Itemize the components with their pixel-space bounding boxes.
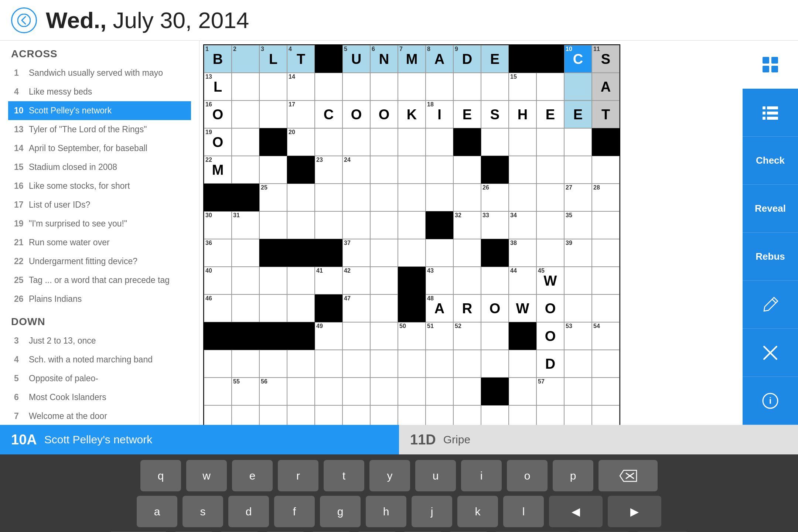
cell-r5c15[interactable] <box>592 156 620 184</box>
cell-r4c6[interactable] <box>342 128 370 156</box>
key-f[interactable]: f <box>274 496 315 527</box>
cell-r1c4[interactable]: 4T <box>287 45 315 73</box>
cell-r8c12[interactable]: 38 <box>509 239 536 267</box>
cell-r4c1[interactable]: 19O <box>204 128 232 156</box>
cell-r12c12[interactable] <box>509 350 536 378</box>
clue-across-25[interactable]: 25 Tag ... or a word that can precede ta… <box>11 271 188 290</box>
cell-r12c9[interactable] <box>426 350 453 378</box>
clue-across-19[interactable]: 19 "I'm surprised to see you!" <box>11 214 188 233</box>
cell-r10c10[interactable]: R <box>453 294 481 322</box>
cell-r10c9[interactable]: 48A <box>426 294 453 322</box>
cell-r8c14[interactable]: 39 <box>564 239 592 267</box>
cell-r5c9[interactable] <box>426 156 453 184</box>
key-l[interactable]: l <box>503 496 544 527</box>
cell-r3c15[interactable]: T <box>592 100 620 128</box>
clue-across-4[interactable]: 4 Like messy beds <box>11 82 188 101</box>
grid-view-button[interactable] <box>743 41 798 89</box>
cell-r7c7[interactable] <box>370 211 398 239</box>
cell-r6c4[interactable] <box>287 184 315 211</box>
cell-r8c10[interactable] <box>453 239 481 267</box>
cell-r8c8[interactable] <box>398 239 426 267</box>
cell-r4c11[interactable] <box>481 128 509 156</box>
cell-r11c15[interactable]: 54 <box>592 322 620 350</box>
cell-r2c12[interactable]: 15 <box>509 73 536 100</box>
cell-r3c3[interactable] <box>259 100 287 128</box>
key-u[interactable]: u <box>415 460 456 491</box>
cell-r1c6[interactable]: 5U <box>342 45 370 73</box>
cell-r5c7[interactable] <box>370 156 398 184</box>
cell-r8c6[interactable]: 37 <box>342 239 370 267</box>
cell-r10c2[interactable] <box>232 294 259 322</box>
cell-r9c10[interactable] <box>453 267 481 294</box>
cell-r13c1[interactable] <box>204 378 232 405</box>
cell-r4c8[interactable] <box>398 128 426 156</box>
key-p[interactable]: p <box>553 460 593 491</box>
cell-r8c13[interactable] <box>536 239 564 267</box>
cell-r7c11[interactable]: 33 <box>481 211 509 239</box>
cell-r12c15[interactable] <box>592 350 620 378</box>
cell-r7c2[interactable]: 31 <box>232 211 259 239</box>
cell-r10c14[interactable] <box>564 294 592 322</box>
cell-r7c1[interactable]: 30 <box>204 211 232 239</box>
cell-r3c12[interactable]: H <box>509 100 536 128</box>
crossword-grid[interactable]: 1B 2 3L 4T 5U 6N 7M 8A 9D E 10C 11S 13L … <box>203 44 620 425</box>
cell-r4c14[interactable] <box>564 128 592 156</box>
cell-r3c2[interactable] <box>232 100 259 128</box>
cell-r5c8[interactable] <box>398 156 426 184</box>
cell-r13c6[interactable] <box>342 378 370 405</box>
rebus-button[interactable]: Rebus <box>743 233 798 281</box>
back-button[interactable] <box>11 7 37 33</box>
cell-r13c12[interactable] <box>509 378 536 405</box>
cell-r12c13[interactable]: D <box>536 350 564 378</box>
cell-r4c12[interactable] <box>509 128 536 156</box>
cell-r2c5[interactable] <box>315 73 342 100</box>
key-a[interactable]: a <box>137 496 177 527</box>
clue-across-13[interactable]: 13 Tyler of "The Lord of the Rings" <box>11 120 188 139</box>
cell-r7c10[interactable]: 32 <box>453 211 481 239</box>
cell-r13c7[interactable] <box>370 378 398 405</box>
cell-r4c9[interactable] <box>426 128 453 156</box>
cell-r3c7[interactable]: O <box>370 100 398 128</box>
cell-r13c9[interactable] <box>426 378 453 405</box>
cell-r1c7[interactable]: 6N <box>370 45 398 73</box>
cell-r11c6[interactable] <box>342 322 370 350</box>
cell-r11c7[interactable] <box>370 322 398 350</box>
cell-r3c13[interactable]: E <box>536 100 564 128</box>
cell-r13c3[interactable]: 56 <box>259 378 287 405</box>
cell-r2c3[interactable] <box>259 73 287 100</box>
clue-across-10[interactable]: 10 Scott Pelley's network <box>8 101 191 120</box>
cell-r11c13[interactable]: O <box>536 322 564 350</box>
cell-r2c13[interactable] <box>536 73 564 100</box>
cell-r13c13[interactable]: 57 <box>536 378 564 405</box>
clue-across-15[interactable]: 15 Stadium closed in 2008 <box>11 158 188 177</box>
clue-down-7[interactable]: 7 Welcome at the door <box>11 407 188 425</box>
cell-r2c7[interactable] <box>370 73 398 100</box>
cell-r9c1[interactable]: 40 <box>204 267 232 294</box>
cell-r8c1[interactable]: 36 <box>204 239 232 267</box>
cell-r6c14[interactable]: 27 <box>564 184 592 211</box>
cell-r9c13[interactable]: 45W <box>536 267 564 294</box>
cell-r10c15[interactable] <box>592 294 620 322</box>
cell-r5c12[interactable] <box>509 156 536 184</box>
cell-r2c9[interactable] <box>426 73 453 100</box>
cell-r1c8[interactable]: 7M <box>398 45 426 73</box>
cell-r3c11[interactable]: S <box>481 100 509 128</box>
cell-r10c7[interactable] <box>370 294 398 322</box>
cell-r3c14[interactable]: E <box>564 100 592 128</box>
cell-r13c5[interactable] <box>315 378 342 405</box>
cell-r6c10[interactable] <box>453 184 481 211</box>
cell-r9c15[interactable] <box>592 267 620 294</box>
cell-r12c2[interactable] <box>232 350 259 378</box>
cell-r6c3[interactable]: 25 <box>259 184 287 211</box>
cell-r14c9[interactable] <box>426 405 453 425</box>
clue-across-16[interactable]: 16 Like some stocks, for short <box>11 177 188 195</box>
cell-r6c9[interactable] <box>426 184 453 211</box>
cell-r14c7[interactable] <box>370 405 398 425</box>
cell-r12c6[interactable] <box>342 350 370 378</box>
cell-r6c6[interactable] <box>342 184 370 211</box>
cell-r4c13[interactable] <box>536 128 564 156</box>
key-i[interactable]: i <box>461 460 502 491</box>
cell-r10c13[interactable]: O <box>536 294 564 322</box>
cell-r10c12[interactable]: W <box>509 294 536 322</box>
cell-r14c5[interactable] <box>315 405 342 425</box>
